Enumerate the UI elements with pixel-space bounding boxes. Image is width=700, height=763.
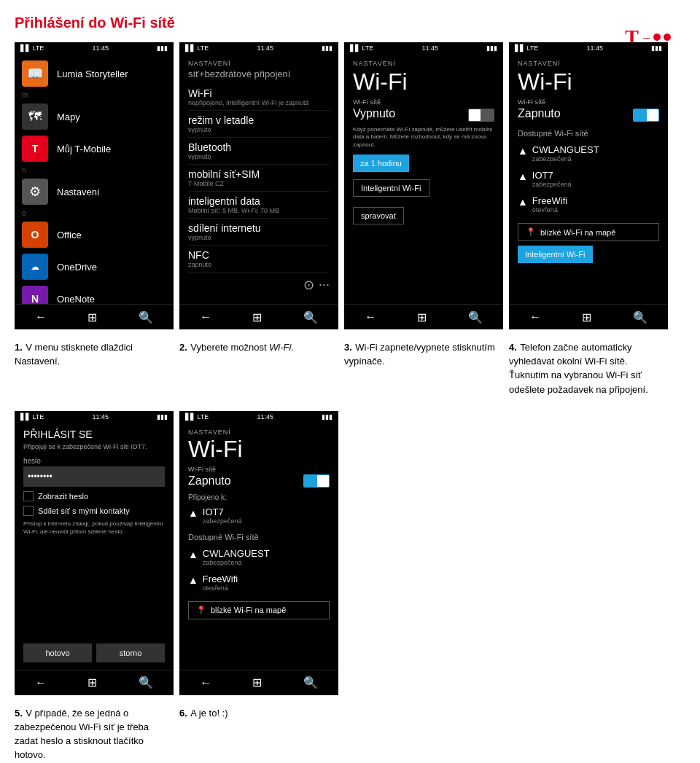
phone-screen-4: ▋▋ LTE 11:45 ▮▮▮ NASTAVENÍ Wi-Fi Wi-Fi s… [509,42,668,329]
settings-airplane-item[interactable]: režim v letadle vypnuto [188,111,330,138]
app-icon-onedrive: ☁ [22,254,48,280]
wifi-network-cwlanguest-6[interactable]: ▲ CWLANGUEST zabezpečená [188,544,330,570]
wifi-network-iot7[interactable]: ▲ IOT7 zabezpečená [518,166,659,192]
caption-text-3: Wi-Fi zapnete/vypnete stisknutím vypínač… [344,342,495,367]
nearby-wifi-btn[interactable]: 📍 blízké Wi-Fi na mapě [518,223,659,241]
app-list: 📖 Lumia Storyteller m 🗺 Mapy T Můj T-Mob… [15,54,174,329]
search-icon-3[interactable]: 🔍 [468,310,483,324]
wifi-toggle-off[interactable] [468,109,494,122]
settings-sim-item[interactable]: mobilní síť+SIM T-Mobile CZ [188,165,330,192]
hotovo-btn[interactable]: hotovo [23,643,92,662]
nearby-wifi-btn-6[interactable]: 📍 blízké Wi-Fi na mapě [188,601,330,619]
intelligent-btn-row-4: Inteligentní Wi-Fi [518,246,659,267]
settings-bluetooth-item[interactable]: Bluetooth vypnuto [188,138,330,165]
password-label: heslo [23,457,165,465]
wifi-title-6: Wi-Fi [188,436,330,463]
caption-1: 1. V menu stisknete dlaždici Nastavení. [15,340,174,396]
windows-icon-3[interactable]: ⊞ [417,310,427,324]
signal-1: ▋▋ LTE [20,44,44,52]
settings-nfc-sub: zapnuto [188,261,330,268]
caption-number-5: 5. [15,708,23,719]
settings-nfc-item[interactable]: NFC zapnuto [188,246,330,273]
page-title: Přihlášení do Wi-Fi sítě [15,15,685,31]
login-buttons: hotovo storno [23,643,165,662]
app-label-onedrive: OneDrive [57,262,97,273]
bottom-nav-6: ← ⊞ 🔍 [179,670,338,695]
settings-wifi-item[interactable]: Wi-Fi nepřipojeno, Intelligentní Wi-Fi j… [188,84,330,111]
caption-text-2: Vyberete možnost Wi-Fi. [190,342,294,353]
search-icon-6[interactable]: 🔍 [303,676,318,689]
back-icon-2[interactable]: ← [200,310,211,324]
map-icon: 📍 [526,227,536,237]
search-icon-4[interactable]: 🔍 [633,310,648,324]
wifi-network-freewifi[interactable]: ▲ FreeWifi otevřená [518,192,659,217]
wifi-section-label-3: Wi-Fi sítě [353,98,494,106]
wifi-network-freewifi-6[interactable]: ▲ FreeWifi otevřená [188,570,330,595]
settings-more-btn[interactable]: ⊙ ··· [188,273,330,297]
back-icon-1[interactable]: ← [35,310,47,324]
app-item-office[interactable]: O Office [15,219,174,251]
login-screen: PŘIHLÁSIT SE Připojuji se k zabezpečené … [15,423,174,547]
nastaveni-label-3: NASTAVENÍ [353,60,494,67]
connected-label: Připojeno k: [188,493,330,501]
windows-icon-2[interactable]: ⊞ [252,310,262,324]
search-icon-2[interactable]: 🔍 [303,310,318,324]
wifi-off-screen: NASTAVENÍ Wi-Fi Wi-Fi sítě Vypnuto Když … [344,54,503,238]
back-icon-6[interactable]: ← [200,676,211,689]
phone-screen-1: ▋▋ LTE 11:45 ▮▮▮ 📖 Lumia Storyteller m 🗺… [15,42,174,329]
connected-network-name: IOT7 [203,506,242,517]
app-item-nastaveni[interactable]: ⚙ Nastavení [15,176,174,208]
windows-icon-6[interactable]: ⊞ [252,676,262,689]
back-icon-5[interactable]: ← [35,676,47,689]
caption-3: 3. Wi-Fi zapnete/vypnete stisknutím vypí… [344,340,503,396]
back-icon-3[interactable]: ← [365,310,376,324]
battery-2: ▮▮▮ [322,44,332,52]
windows-icon-4[interactable]: ⊞ [582,310,591,324]
wifi-network-cwlanguest[interactable]: ▲ CWLANGUEST zabezpečená [518,141,659,166]
network-name-cwlanguest-6: CWLANGUEST [203,548,270,559]
tmobile-dots [653,34,671,41]
settings-share-item[interactable]: sdílení internetu vypnuto [188,219,330,246]
network-name-iot7: IOT7 [532,170,572,181]
show-password-checkbox[interactable] [23,491,34,501]
storno-btn[interactable]: storno [96,643,165,662]
search-icon-1[interactable]: 🔍 [139,310,153,324]
show-password-row[interactable]: Zobrazit heslo [23,491,165,501]
windows-icon-1[interactable]: ⊞ [88,310,97,324]
app-item-onedrive[interactable]: ☁ OneDrive [15,251,174,283]
network-sub-cwlanguest: zabezpečená [532,155,599,163]
settings-subtitle-2: síť+bezdrátové připojení [188,69,330,79]
settings-sim-title: mobilní síť+SIM [188,168,330,180]
connected-network-sub: zabezpečená [203,517,242,525]
password-input[interactable]: •••••••• [23,466,165,487]
intelligent-wifi-btn-4[interactable]: Inteligentní Wi-Fi [518,246,593,263]
wifi-intelligent-btn[interactable]: Inteligentní Wi-Fi [353,179,429,197]
available-label-6: Dostupné Wi-Fi sítě [188,533,330,541]
wifi-toggle-on[interactable] [633,109,659,122]
bottom-nav-1: ← ⊞ 🔍 [15,304,174,329]
screenshots-row-2: ▋▋ LTE 11:45 ▮▮▮ PŘIHLÁSIT SE Připojuji … [15,411,685,695]
app-item-tmobile[interactable]: T Můj T-Mobile [15,133,174,165]
app-item-storyteller[interactable]: 📖 Lumia Storyteller [15,58,174,90]
wifi-title-3: Wi-Fi [353,69,494,95]
wifi-timer-btn[interactable]: za 1 hodinu [353,154,409,172]
wifi-on-screen: NASTAVENÍ Wi-Fi Wi-Fi sítě Zapnuto Dostu… [509,54,668,273]
connected-network-iot7[interactable]: ▲ IOT7 zabezpečená [188,503,330,528]
battery-6: ▮▮▮ [322,413,332,420]
app-item-mapy[interactable]: 🗺 Mapy [15,101,174,133]
settings-wifi-sub: nepřipojeno, Intelligentní Wi-Fi je zapn… [188,99,330,106]
back-icon-4[interactable]: ← [529,310,541,324]
share-ssid-checkbox[interactable] [23,506,34,516]
windows-icon-5[interactable]: ⊞ [88,676,97,689]
app-icon-mapy: 🗺 [22,103,48,130]
wifi-section-label-4: Wi-Fi sítě [518,98,659,106]
share-ssid-row[interactable]: Sdílet síť s mými kontakty [23,506,165,516]
search-icon-5[interactable]: 🔍 [139,676,153,689]
bottom-nav-2: ← ⊞ 🔍 [179,304,338,329]
wifi-toggle-connected[interactable] [303,474,330,488]
caption-text-6: A je to! :) [190,708,228,719]
wifi-manage-btn[interactable]: spravovat [353,207,404,224]
bottom-nav-4: ← ⊞ 🔍 [509,304,668,329]
settings-data-item[interactable]: inteligentní data Mobilní síť: 5 MB, Wi-… [188,192,330,219]
caption-6: 6. A je to! :) [179,706,338,762]
